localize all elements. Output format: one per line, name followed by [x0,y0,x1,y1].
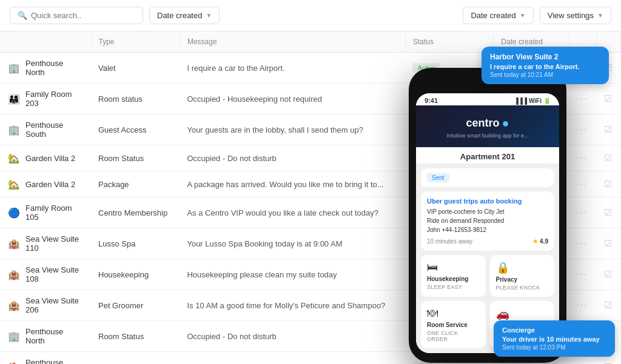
room-name: Penthouse North [25,327,84,345]
room-icon: 🏨 [7,237,21,250]
phone-screen: 9:41 ▐▐▐ WiFi 🔋 centro● Intuitive smart … [416,93,559,353]
type-cell: Housekeeping [91,259,180,290]
room-icon: 🏢 [7,329,21,343]
grid-card-title: Room Service [427,322,480,328]
type-cell: Package [91,171,180,197]
search-input[interactable] [31,11,135,20]
phone-icons: ▐▐▐ WiFi 🔋 [514,98,551,104]
message-cell: Occupied - Do not disturb [180,321,405,352]
room-name: Family Room 203 [25,90,84,108]
grid-card[interactable]: 🔒 Privacy PLEASE KNOCK [490,255,555,297]
grid-card-icon: 🚗 [496,307,549,320]
room-cell: 🏢 Penthouse North [0,53,91,84]
sent-badge: Sent [427,173,449,182]
message-cell: Occupied - Housekeeping not required [180,84,405,114]
room-name: Penthouse South [25,358,84,364]
room-name: Garden Villa 2 [25,154,75,163]
col-room [0,31,91,53]
message-cell: Your guests are in the lobby, shall I se… [180,114,405,145]
grid-card-icon: 🔒 [496,261,549,274]
grid-card-sub: PLEASE KNOCK [496,285,549,291]
message-cell: I require a car to the Airport. [180,53,405,84]
room-cell: 👨‍👩‍👧 Family Room 203 [0,84,91,114]
notif-bottom-title: Concierge [502,326,606,334]
status-bar: 9:41 ▐▐▐ WiFi 🔋 [416,93,559,105]
table-wrapper: Type Message Status Date created 🏢 Penth… [0,31,621,364]
room-icon: 🔵 [7,206,21,219]
room-cell: 🏢 Penthouse South [0,114,91,145]
type-cell: Centro Membership [91,197,180,228]
grid-card-icon: 🍽 [427,307,480,320]
uber-rating: ★ 4.9 [532,238,548,245]
room-name: Sea View Suite 110 [25,234,84,253]
notif-top: Harbor View Suite 2 I require a car to t… [482,47,609,84]
notif-top-msg: I require a car to the Airport. [490,63,600,70]
room-cell: 🏡 Garden Villa 2 [0,171,91,197]
room-icon: 🏡 [7,177,21,191]
room-icon: 👨‍👩‍👧 [7,92,21,105]
search-box[interactable]: 🔍 [10,7,143,24]
type-cell: Valet [91,53,180,84]
message-cell: Occupied - Do not disturb [180,145,405,171]
grid-card-title: Privacy [496,276,549,283]
notif-top-time: Sent today at 10:21 AM [490,71,600,78]
top-bar: 🔍 Date created ▼ Date created ▼ View set… [0,0,621,31]
message-cell: Housekeeping please clean my suite today [180,259,405,290]
message-cell: As a Centro VIP would you like a late ch… [180,197,405,228]
top-right-controls: Date created ▼ View settings ▼ [463,7,611,24]
grid-card-title: Housekeeping [427,276,480,282]
notif-top-title: Harbor View Suite 2 [490,53,600,61]
phone-time: 9:41 [425,97,438,104]
centro-logo: centro● [425,116,551,130]
search-icon: 🔍 [18,11,27,20]
room-cell: 🏨 Sea View Suite 108 [0,259,91,290]
room-cell: 🔵 Family Room 105 [0,197,91,228]
uber-meta: 10 minutes away ★ 4.9 [427,238,548,245]
message-cell: Is 10 AM a good time for Molly's Peticur… [180,290,405,321]
room-icon: 🏢 [7,61,21,74]
sent-card: Sent [421,168,554,187]
uber-card: Uber guest trips auto booking VIP porte-… [421,191,554,251]
phone-frame: 9:41 ▐▐▐ WiFi 🔋 centro● Intuitive smart … [409,68,566,363]
notif-bottom-time: Sent today at 12:03 PM [502,344,606,351]
room-name: Sea View Suite 206 [25,296,84,314]
chevron-down-icon: ▼ [520,12,526,19]
wifi-icon: WiFi [529,98,542,104]
room-name: Garden Villa 2 [25,180,75,189]
uber-body: VIP porte-cochere to City Jet Ride on de… [427,207,548,234]
room-icon: 🏡 [7,151,21,165]
phone-overlay: Harbor View Suite 2 I require a car to t… [372,50,603,363]
apartment-label: Apartment 201 [416,147,559,164]
grid-card[interactable]: 🍽 Room Service ONE CLICK ORDER [421,301,486,348]
chevron-down-icon: ▼ [206,12,212,19]
type-cell: Room Status [91,145,180,171]
notif-bottom: Concierge Your driver is 10 minutes away… [494,320,615,357]
date-filter-right-button[interactable]: Date created ▼ [463,7,533,24]
room-name: Family Room 105 [25,204,84,222]
type-cell: Room status [91,84,180,114]
message-cell: Your Lusso Spa Booking today is at 9:00 … [180,228,405,259]
phone-hero: centro● Intuitive smart building app for… [416,105,559,147]
centro-dot-icon: ● [502,116,509,130]
chevron-down-icon: ▼ [597,12,603,19]
grid-card-sub: ONE CLICK ORDER [427,330,480,342]
type-cell: Guest Access [91,114,180,145]
room-icon: 🏨 [7,299,21,312]
notif-bottom-msg: Your driver is 10 minutes away [502,336,606,343]
grid-card-icon: 🛏 [427,261,480,274]
type-cell: Room Status [91,321,180,352]
view-settings-button[interactable]: View settings ▼ [540,7,611,24]
phone-subtitle: Intuitive smart building app for e... [425,133,551,139]
type-cell: Lusso Spa [91,228,180,259]
grid-card[interactable]: 🛏 Housekeeping SLEEP EASY [421,255,486,297]
room-name: Sea View Suite 108 [25,265,84,283]
type-cell: Room Service [91,352,180,365]
room-cell: 🏨 Sea View Suite 206 [0,290,91,321]
room-cell: 🏨 Sea View Suite 110 [0,228,91,259]
battery-icon: 🔋 [543,98,551,104]
room-name: Penthouse South [25,121,84,139]
uber-title: Uber guest trips auto booking [427,197,548,205]
room-cell: 🏡 Garden Villa 2 [0,145,91,171]
room-icon: 🏨 [7,268,21,281]
date-filter-left-button[interactable]: Date created ▼ [149,7,220,24]
